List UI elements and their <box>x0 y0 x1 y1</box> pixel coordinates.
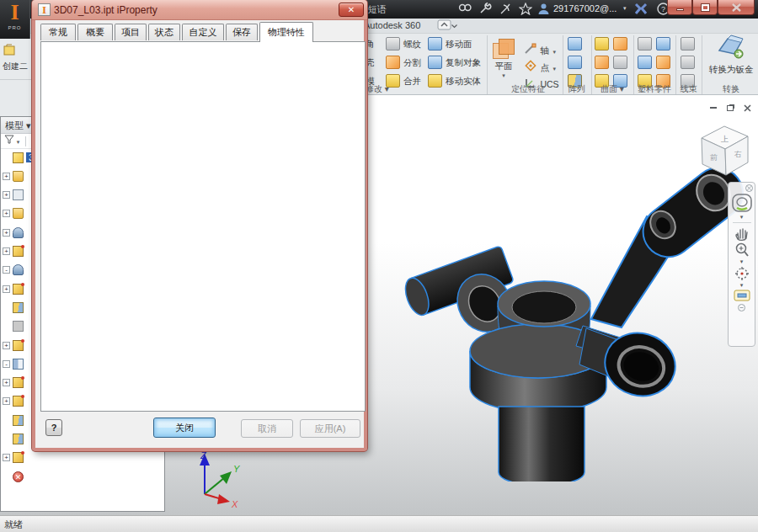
tree-expander[interactable]: + <box>3 210 10 217</box>
wheel-menu-caret[interactable]: ▾ <box>740 214 744 221</box>
surface-icon-2[interactable] <box>613 37 627 51</box>
orbit-menu-caret[interactable]: ▾ <box>740 282 744 289</box>
tab-自定义[interactable]: 自定义 <box>182 24 224 40</box>
view-cube[interactable]: 上 前 右 <box>693 116 755 184</box>
tree-item[interactable] <box>3 299 26 316</box>
tab-保存[interactable]: 保存 <box>226 24 258 40</box>
point-caret[interactable]: ▾ <box>552 66 556 72</box>
tree-item[interactable]: + <box>3 393 26 410</box>
tab-物理特性[interactable]: 物理特性 <box>259 22 313 42</box>
signed-in-user[interactable]: 291767002@... <box>553 3 617 13</box>
tree-item[interactable]: + <box>3 280 26 297</box>
surface-group-label[interactable]: 曲面 ▾ <box>591 83 633 95</box>
dialog-close-button[interactable]: ✕ <box>339 3 364 17</box>
3d-model-part[interactable] <box>396 139 758 481</box>
tree-expander[interactable]: - <box>3 360 10 368</box>
user-icon[interactable] <box>537 3 550 19</box>
harness-icon-2[interactable] <box>681 56 695 69</box>
dialog-title-bar[interactable]: I 3D07_L03.ipt iProperty ✕ <box>32 0 367 20</box>
user-menu-caret[interactable]: ▾ <box>623 5 627 12</box>
orbit-icon[interactable] <box>734 265 750 282</box>
tree-item[interactable]: ✕ <box>3 468 26 485</box>
rectangular-pattern-icon[interactable] <box>568 37 582 51</box>
application-menu-button[interactable]: I PRO <box>0 0 30 39</box>
tree-item[interactable]: + <box>3 168 26 184</box>
move-bodies-icon[interactable] <box>428 74 442 88</box>
tree-expander[interactable]: + <box>3 397 10 405</box>
plastic-icon-3[interactable] <box>638 56 652 69</box>
navbar-more-icon[interactable] <box>738 304 745 311</box>
axis-button[interactable]: 轴 ▾ <box>524 42 556 58</box>
antenna-icon[interactable] <box>499 3 512 19</box>
surface-icon-1[interactable] <box>595 37 609 51</box>
plastic-icon-4[interactable] <box>656 56 670 69</box>
thread-label[interactable]: 螺纹 <box>403 39 421 51</box>
tree-expander[interactable]: + <box>3 173 10 180</box>
combine-label[interactable]: 合并 <box>403 76 421 88</box>
dialog-cancel-button[interactable]: 取消 <box>241 419 293 438</box>
point-button[interactable]: 点 ▾ <box>524 59 556 75</box>
tree-expander[interactable]: + <box>3 191 10 199</box>
harness-group-label[interactable]: 线束 <box>675 83 702 95</box>
move-face-icon[interactable] <box>428 37 442 51</box>
tree-expander[interactable]: + <box>3 454 10 461</box>
tab-autodesk-360[interactable]: Autodesk 360 <box>364 20 420 30</box>
move-face-label[interactable]: 移动面 <box>446 39 472 51</box>
tree-item[interactable] <box>3 431 26 448</box>
split-label[interactable]: 分割 <box>403 57 421 69</box>
surface-icon-3[interactable] <box>595 56 609 69</box>
tree-expander[interactable]: + <box>3 285 10 293</box>
exchange-apps-icon[interactable] <box>634 3 648 19</box>
tree-expander[interactable]: + <box>3 229 10 237</box>
plastic-icon-1[interactable] <box>638 37 652 51</box>
ribbon-collapse-icon[interactable] <box>437 19 457 33</box>
steering-wheel-icon[interactable] <box>731 192 753 214</box>
tab-项目[interactable]: 项目 <box>115 24 147 40</box>
window-close-button[interactable] <box>718 0 755 15</box>
surface-icon-4[interactable] <box>613 56 627 69</box>
create-sketch-fragment[interactable]: 创建二 <box>0 61 31 72</box>
copy-object-label[interactable]: 复制对象 <box>446 57 481 69</box>
pattern-group-label[interactable]: 阵列 <box>563 83 591 95</box>
tree-item[interactable]: + <box>3 337 26 354</box>
tree-item[interactable] <box>3 318 26 335</box>
zoom-icon[interactable] <box>734 242 750 258</box>
plane-caret[interactable]: ▾ <box>502 72 505 79</box>
tree-item[interactable]: + <box>3 224 26 241</box>
wrench-icon[interactable] <box>478 3 492 19</box>
dialog-apply-button[interactable]: 应用(A) <box>300 419 360 438</box>
tree-item[interactable] <box>3 412 26 428</box>
tree-expander[interactable]: + <box>3 247 10 255</box>
tree-expander[interactable]: + <box>3 342 10 349</box>
copy-object-icon[interactable] <box>428 56 442 69</box>
dialog-help-button[interactable]: ? <box>45 419 62 436</box>
filter-caret[interactable]: ▾ <box>17 139 20 145</box>
doc-restore-button[interactable] <box>724 103 736 113</box>
tree-item[interactable]: - <box>3 262 26 279</box>
harness-icon-1[interactable] <box>681 37 695 51</box>
convert-group-label[interactable]: 转换 <box>711 83 751 95</box>
window-minimize-button[interactable] <box>667 0 692 15</box>
circular-pattern-icon[interactable] <box>568 56 582 69</box>
help-search-fragment[interactable]: 短语 <box>368 3 387 16</box>
dialog-close-action-button[interactable]: 关闭 <box>153 418 216 438</box>
doc-close-button[interactable] <box>741 103 753 113</box>
tree-item[interactable]: + <box>3 450 26 466</box>
axis-caret[interactable]: ▾ <box>552 49 556 55</box>
tree-expander[interactable]: + <box>3 379 10 386</box>
navbar-close-icon[interactable] <box>745 184 753 192</box>
filter-funnel-icon[interactable] <box>4 136 14 146</box>
plastic-group-label[interactable]: 塑料零件 <box>633 83 675 95</box>
plastic-icon-2[interactable] <box>656 37 670 51</box>
tree-item[interactable]: + <box>3 205 26 222</box>
zoom-menu-caret[interactable]: ▾ <box>740 258 744 265</box>
search-icon[interactable] <box>457 3 472 19</box>
convert-to-sheet-metal-button[interactable]: 转换为钣金 <box>706 34 756 76</box>
thread-icon[interactable] <box>386 37 400 51</box>
tab-概要[interactable]: 概要 <box>77 24 113 40</box>
move-bodies-label[interactable]: 移动实体 <box>446 76 481 88</box>
tree-expander[interactable]: - <box>3 266 10 274</box>
tab-常规[interactable]: 常规 <box>40 24 76 40</box>
work-features-group-label[interactable]: 定位特征 <box>499 83 558 95</box>
pan-hand-icon[interactable] <box>734 225 750 242</box>
